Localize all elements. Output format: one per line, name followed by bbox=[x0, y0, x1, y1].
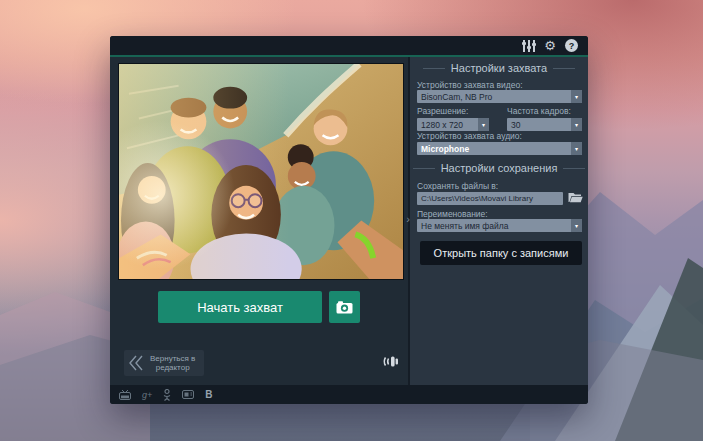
chevron-down-icon: ▾ bbox=[571, 90, 582, 103]
desktop-background: ⚙ ? bbox=[0, 0, 703, 441]
facebook-icon[interactable] bbox=[182, 389, 194, 401]
back-to-editor-button[interactable]: Вернуться в редактор bbox=[124, 350, 204, 376]
vk-icon[interactable]: B bbox=[205, 389, 212, 401]
chevron-down-icon: ▾ bbox=[571, 142, 582, 155]
sound-indicator-icon[interactable] bbox=[382, 354, 399, 373]
chevron-down-icon: ▾ bbox=[478, 118, 489, 131]
framerate-select[interactable]: 30 ▾ bbox=[507, 118, 582, 131]
rename-label: Переименование: bbox=[417, 209, 488, 219]
help-icon[interactable]: ? bbox=[565, 39, 578, 52]
video-device-select[interactable]: BisonCam, NB Pro ▾ bbox=[417, 90, 582, 103]
save-settings-title: Настройки сохранения bbox=[410, 162, 588, 174]
folder-icon bbox=[568, 191, 583, 203]
resolution-label: Разрешение: bbox=[417, 106, 468, 116]
sliders-icon[interactable] bbox=[522, 40, 535, 52]
youtube-icon[interactable] bbox=[119, 389, 131, 401]
resolution-select[interactable]: 1280 x 720 ▾ bbox=[417, 118, 489, 131]
save-path-field[interactable]: C:\Users\Videos\Movavi Library bbox=[417, 192, 563, 205]
app-window: ⚙ ? bbox=[110, 36, 588, 404]
gear-icon[interactable]: ⚙ bbox=[544, 39, 556, 52]
open-records-folder-button[interactable]: Открыть папку с записями bbox=[420, 241, 582, 265]
window-content: Начать захват Вернуться в bbox=[110, 57, 588, 385]
browse-folder-button[interactable] bbox=[568, 191, 583, 206]
settings-panel: Настройки захвата Устройство захвата вид… bbox=[410, 57, 588, 385]
webcam-photo bbox=[119, 64, 403, 279]
start-capture-button[interactable]: Начать захват bbox=[158, 291, 322, 323]
video-device-label: Устройство захвата видео: bbox=[417, 80, 523, 90]
google-plus-icon[interactable]: g+ bbox=[142, 389, 152, 401]
camera-icon bbox=[336, 301, 353, 314]
titlebar-icons: ⚙ ? bbox=[522, 36, 578, 55]
framerate-label: Частота кадров: bbox=[507, 106, 571, 116]
save-to-label: Сохранять файлы в: bbox=[417, 181, 498, 191]
preview-section: Начать захват Вернуться в bbox=[110, 57, 408, 385]
capture-settings-title: Настройки захвата bbox=[410, 62, 588, 74]
webcam-preview bbox=[118, 63, 404, 280]
back-to-editor-label: Вернуться в редактор bbox=[150, 354, 195, 372]
footer-bar: g+ B bbox=[110, 385, 588, 404]
chevron-down-icon: ▾ bbox=[571, 118, 582, 131]
chevron-down-icon: ▾ bbox=[571, 219, 582, 232]
audio-device-select[interactable]: Microphone ▾ bbox=[417, 142, 582, 155]
snapshot-button[interactable] bbox=[329, 291, 360, 323]
double-chevron-left-icon bbox=[129, 355, 144, 371]
audio-device-label: Устройство захвата аудио: bbox=[417, 131, 522, 141]
odnoklassniki-icon[interactable] bbox=[163, 389, 171, 401]
rename-select[interactable]: Не менять имя файла ▾ bbox=[417, 219, 582, 232]
titlebar: ⚙ ? bbox=[110, 36, 588, 55]
